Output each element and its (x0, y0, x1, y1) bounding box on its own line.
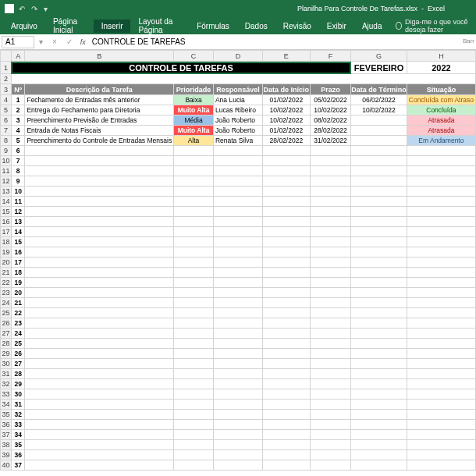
cell-situacao[interactable]: Atrasada (407, 115, 475, 126)
cell[interactable] (310, 217, 351, 227)
cell-prio[interactable]: Alta (174, 136, 214, 146)
col-header-C[interactable]: C (174, 51, 214, 62)
cell[interactable] (213, 146, 262, 156)
cell[interactable] (25, 308, 174, 318)
cell[interactable] (174, 258, 214, 268)
cell[interactable] (263, 258, 311, 268)
row-header[interactable]: 14 (1, 197, 12, 207)
cell[interactable] (407, 308, 475, 318)
cell[interactable] (213, 217, 262, 227)
cell[interactable] (213, 389, 262, 400)
cell[interactable] (174, 318, 214, 329)
row-header[interactable]: 12 (1, 176, 12, 186)
cell[interactable] (213, 197, 262, 207)
accept-icon[interactable]: ✓ (62, 37, 77, 46)
cell[interactable] (263, 410, 311, 420)
cell[interactable] (263, 176, 311, 186)
cell-num[interactable]: 10 (11, 186, 25, 197)
row-header[interactable]: 21 (1, 268, 12, 278)
cell[interactable] (310, 288, 351, 298)
cell[interactable] (407, 156, 475, 166)
cell[interactable] (310, 176, 351, 186)
cell[interactable] (25, 450, 174, 460)
cell[interactable] (263, 379, 311, 389)
cell[interactable] (25, 298, 174, 308)
cell-prazo[interactable]: 28/02/2022 (310, 126, 351, 136)
cell[interactable] (174, 156, 214, 166)
cell[interactable] (351, 237, 407, 247)
row-header[interactable]: 31 (1, 369, 12, 379)
cell[interactable] (25, 400, 174, 410)
cell[interactable] (174, 217, 214, 227)
cell[interactable] (25, 379, 174, 389)
row-header[interactable]: 28 (1, 339, 12, 349)
row-header[interactable]: 18 (1, 237, 12, 247)
cell[interactable] (407, 217, 475, 227)
hdr-prazo[interactable]: Prazo (310, 84, 351, 95)
row-header[interactable]: 38 (1, 440, 12, 450)
cell[interactable] (25, 349, 174, 359)
cell-num[interactable]: 6 (11, 146, 25, 156)
cell[interactable] (351, 349, 407, 359)
cell[interactable] (174, 237, 214, 247)
col-header-H[interactable]: H (407, 51, 475, 62)
cell-num[interactable]: 27 (11, 359, 25, 369)
cell[interactable] (263, 329, 311, 339)
cell[interactable] (310, 308, 351, 318)
cell[interactable] (25, 237, 174, 247)
cell[interactable] (25, 329, 174, 339)
cell[interactable] (351, 359, 407, 369)
cell[interactable] (407, 420, 475, 430)
cell-prio[interactable]: Baixa (174, 95, 214, 105)
cell[interactable] (351, 166, 407, 176)
cell[interactable] (213, 359, 262, 369)
cell[interactable] (310, 278, 351, 288)
cell[interactable] (174, 227, 214, 237)
cell[interactable] (310, 186, 351, 197)
cell[interactable] (407, 298, 475, 308)
cell[interactable] (407, 359, 475, 369)
cell[interactable] (174, 410, 214, 420)
row-header[interactable]: 5 (1, 105, 12, 115)
cell[interactable] (213, 237, 262, 247)
cell[interactable] (407, 410, 475, 420)
cell-prio[interactable]: Média (174, 115, 214, 126)
cell[interactable] (213, 430, 262, 440)
cell-num[interactable]: 7 (11, 156, 25, 166)
cell[interactable] (213, 339, 262, 349)
cell-termino[interactable] (351, 126, 407, 136)
cell[interactable] (407, 379, 475, 389)
cell[interactable] (25, 359, 174, 369)
cell-situacao[interactable]: Concluída com Atraso (407, 95, 475, 105)
cell-num[interactable]: 35 (11, 440, 25, 450)
row-header[interactable]: 29 (1, 349, 12, 359)
cell[interactable] (174, 176, 214, 186)
row-header[interactable]: 34 (1, 400, 12, 410)
cell[interactable] (407, 176, 475, 186)
cell[interactable] (25, 156, 174, 166)
cell[interactable] (351, 207, 407, 217)
cell[interactable] (407, 258, 475, 268)
cell[interactable] (351, 268, 407, 278)
cell[interactable] (263, 217, 311, 227)
cell-num[interactable]: 5 (11, 136, 25, 146)
cell[interactable] (263, 389, 311, 400)
cell-inicio[interactable]: 01/02/2022 (263, 126, 311, 136)
cell[interactable] (213, 400, 262, 410)
cell-num[interactable]: 24 (11, 329, 25, 339)
cell[interactable] (407, 450, 475, 460)
cell[interactable] (213, 186, 262, 197)
row-header[interactable]: 32 (1, 379, 12, 389)
row-header[interactable]: 15 (1, 207, 12, 217)
cell[interactable] (407, 186, 475, 197)
cell[interactable] (213, 156, 262, 166)
redo-icon[interactable]: ↷ (30, 5, 39, 13)
cell[interactable] (310, 400, 351, 410)
cell[interactable] (310, 156, 351, 166)
cell[interactable] (263, 156, 311, 166)
cell[interactable] (174, 420, 214, 430)
cell[interactable] (174, 460, 214, 471)
cell[interactable] (263, 237, 311, 247)
cell[interactable] (25, 339, 174, 349)
row-header[interactable]: 30 (1, 359, 12, 369)
